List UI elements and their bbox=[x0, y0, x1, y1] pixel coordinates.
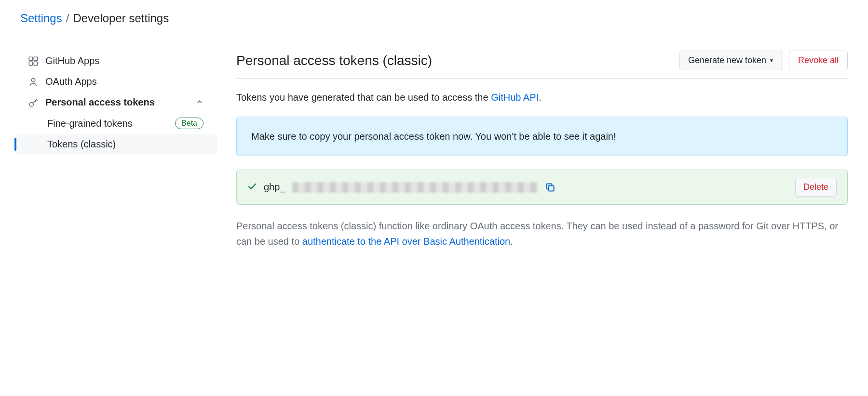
key-icon bbox=[28, 97, 39, 108]
sidebar-item-label: GitHub Apps bbox=[45, 55, 99, 66]
sidebar-subitem-label: Tokens (classic) bbox=[47, 139, 116, 150]
token-prefix: ghp_ bbox=[264, 182, 285, 193]
check-icon bbox=[247, 182, 257, 193]
delete-token-button[interactable]: Delete bbox=[795, 178, 837, 197]
action-buttons: Generate new token ▼ Revoke all bbox=[679, 51, 848, 70]
main-content: Personal access tokens (classic) Generat… bbox=[236, 51, 848, 249]
copy-token-warning: Make sure to copy your personal access t… bbox=[236, 117, 848, 156]
basic-auth-link[interactable]: authenticate to the API over Basic Authe… bbox=[302, 236, 510, 247]
sidebar-subitem-tokens-classic[interactable]: Tokens (classic) bbox=[14, 134, 217, 155]
caret-down-icon: ▼ bbox=[769, 58, 774, 63]
sidebar-subitem-label: Fine-grained tokens bbox=[47, 118, 133, 129]
sidebar-item-personal-access-tokens[interactable]: Personal access tokens bbox=[14, 92, 217, 113]
sidebar-item-github-apps[interactable]: GitHub Apps bbox=[14, 51, 217, 71]
token-row: ghp_ Delete bbox=[236, 170, 848, 205]
button-label: Generate new token bbox=[688, 55, 766, 66]
beta-badge: Beta bbox=[175, 118, 203, 129]
chevron-up-icon bbox=[196, 97, 203, 108]
main-header: Personal access tokens (classic) Generat… bbox=[236, 51, 848, 79]
intro-prefix: Tokens you have generated that can be us… bbox=[236, 92, 491, 103]
page-title: Personal access tokens (classic) bbox=[236, 53, 432, 68]
generate-new-token-button[interactable]: Generate new token ▼ bbox=[679, 51, 783, 70]
copy-icon[interactable] bbox=[545, 182, 556, 193]
svg-rect-1 bbox=[548, 185, 554, 191]
sidebar-subitem-fine-grained[interactable]: Fine-grained tokens Beta bbox=[14, 113, 217, 134]
footer-suffix: . bbox=[510, 236, 513, 247]
intro-text: Tokens you have generated that can be us… bbox=[236, 79, 848, 117]
revoke-all-button[interactable]: Revoke all bbox=[789, 51, 848, 70]
intro-suffix: . bbox=[539, 92, 542, 103]
sidebar-item-label: Personal access tokens bbox=[45, 97, 155, 108]
page-header: Settings / Developer settings bbox=[0, 0, 868, 35]
breadcrumb-current: Developer settings bbox=[73, 12, 169, 25]
footer-text: Personal access tokens (classic) functio… bbox=[236, 205, 848, 249]
breadcrumb: Settings / Developer settings bbox=[20, 12, 868, 25]
apps-icon bbox=[28, 56, 39, 66]
sidebar-nav: GitHub Apps OAuth Apps Personal access t… bbox=[14, 51, 217, 249]
github-api-link[interactable]: GitHub API bbox=[491, 92, 539, 103]
sidebar-item-label: OAuth Apps bbox=[45, 76, 97, 87]
token-value-obscured bbox=[292, 182, 538, 193]
person-icon bbox=[28, 77, 39, 87]
sidebar-item-oauth-apps[interactable]: OAuth Apps bbox=[14, 71, 217, 92]
breadcrumb-root-link[interactable]: Settings bbox=[20, 12, 62, 25]
breadcrumb-separator: / bbox=[66, 12, 69, 25]
